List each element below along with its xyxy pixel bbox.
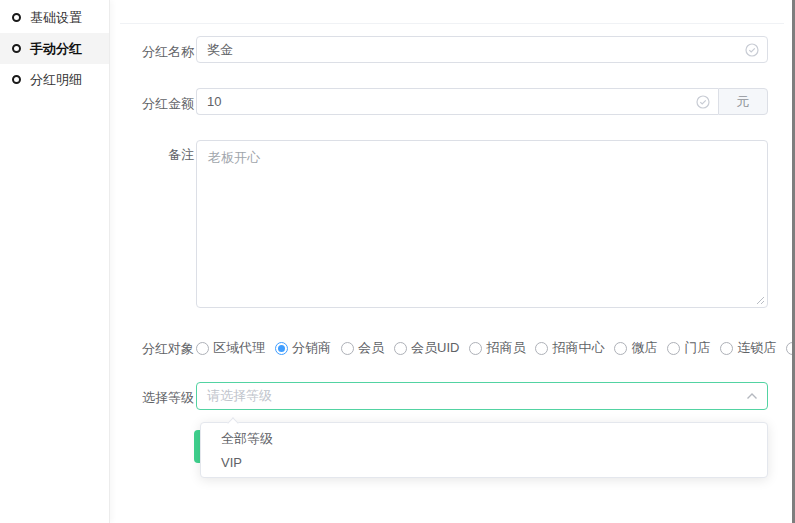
radio-icon [535, 342, 548, 355]
top-divider [120, 23, 784, 24]
radio-label: 门店 [684, 339, 710, 357]
radio-label: 区域代理 [213, 339, 265, 357]
radio-store[interactable]: 门店 [667, 339, 710, 357]
level-dropdown-panel: 全部等级 VIP [200, 422, 768, 478]
circle-bullet-icon [12, 44, 21, 53]
circle-check-icon [696, 95, 710, 109]
chevron-up-icon [746, 392, 758, 400]
sidebar: 基础设置 手动分红 分红明细 [0, 0, 110, 523]
remark-label: 备注 [120, 146, 194, 164]
radio-icon [394, 342, 407, 355]
dividend-name-label: 分红名称 [120, 43, 194, 61]
level-select[interactable]: 请选择等级 [196, 382, 768, 410]
radio-label: 招商中心 [552, 339, 604, 357]
dividend-target-label: 分红对象 [120, 340, 194, 358]
radio-icon [667, 342, 680, 355]
radio-label: 连锁店 [737, 339, 776, 357]
dividend-amount-input[interactable] [197, 89, 696, 114]
radio-member-uid[interactable]: 会员UID [394, 339, 459, 357]
radio-label: 会员UID [411, 339, 459, 357]
radio-icon [720, 342, 733, 355]
circle-check-icon [745, 43, 759, 57]
radio-checked-icon [275, 342, 288, 355]
radio-icon [341, 342, 354, 355]
dividend-name-field[interactable] [196, 36, 768, 63]
radio-region-agent[interactable]: 区域代理 [196, 339, 265, 357]
radio-member[interactable]: 会员 [341, 339, 384, 357]
level-select-placeholder: 请选择等级 [197, 387, 746, 405]
dividend-amount-input-wrap[interactable] [196, 88, 718, 115]
remark-text: 老板开心 [208, 150, 260, 165]
main-content: 分红名称 分红金额 元 备注 老板开心 [110, 0, 792, 523]
dividend-amount-label: 分红金额 [120, 95, 194, 113]
option-vip[interactable]: VIP [201, 451, 767, 475]
radio-chain-store[interactable]: 连锁店 [720, 339, 776, 357]
sidebar-item-manual-dividend[interactable]: 手动分红 [0, 33, 109, 64]
page: 基础设置 手动分红 分红明细 分红名称 分红金额 [0, 0, 795, 523]
level-select-label: 选择等级 [120, 389, 194, 407]
radio-icon [614, 342, 627, 355]
radio-label: 会员 [358, 339, 384, 357]
amount-unit-suffix: 元 [718, 88, 768, 115]
radio-micro-shop[interactable]: 微店 [614, 339, 657, 357]
sidebar-item-basic-settings[interactable]: 基础设置 [0, 2, 109, 33]
sidebar-item-dividend-detail[interactable]: 分红明细 [0, 64, 109, 95]
option-all-levels[interactable]: 全部等级 [201, 427, 767, 451]
radio-distributor[interactable]: 分销商 [275, 339, 331, 357]
remark-textarea[interactable]: 老板开心 [196, 140, 768, 308]
radio-label: 微店 [631, 339, 657, 357]
dividend-target-radio-group: 区域代理 分销商 会员 会员UID 招商员 招商中心 [196, 339, 795, 357]
circle-bullet-icon [12, 75, 21, 84]
radio-icon [469, 342, 482, 355]
resize-handle-icon[interactable] [756, 296, 765, 305]
radio-label: 招商员 [486, 339, 525, 357]
radio-icon [196, 342, 209, 355]
radio-investment-staff[interactable]: 招商员 [469, 339, 525, 357]
radio-label: 分销商 [292, 339, 331, 357]
sidebar-item-label: 基础设置 [30, 9, 82, 27]
radio-investment-center[interactable]: 招商中心 [535, 339, 604, 357]
sidebar-item-label: 分红明细 [30, 71, 82, 89]
sidebar-item-label: 手动分红 [30, 40, 82, 58]
dividend-name-input[interactable] [197, 37, 745, 62]
circle-bullet-icon [12, 13, 21, 22]
dividend-amount-field: 元 [196, 88, 768, 115]
